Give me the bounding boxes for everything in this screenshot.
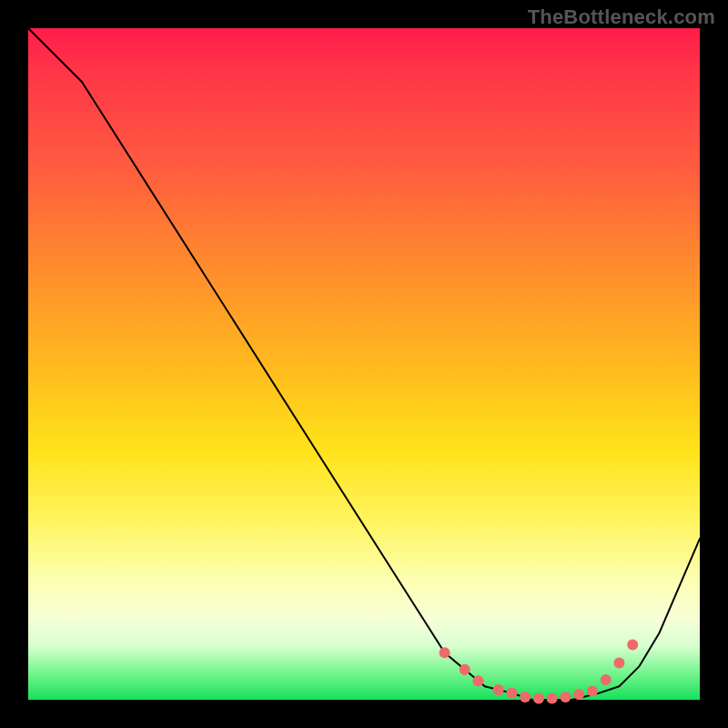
highlight-dot xyxy=(560,692,571,703)
chart-frame: TheBottleneck.com xyxy=(0,0,728,728)
highlight-dot xyxy=(520,692,531,703)
highlight-dots xyxy=(440,640,639,704)
highlight-dot xyxy=(460,664,470,675)
highlight-dot xyxy=(587,685,598,696)
highlight-dot xyxy=(506,688,517,699)
curve-svg xyxy=(28,28,700,700)
plot-area xyxy=(28,28,700,700)
highlight-dot xyxy=(613,657,624,668)
highlight-dot xyxy=(533,693,544,704)
highlight-dot xyxy=(627,640,638,651)
highlight-dot xyxy=(573,689,584,700)
highlight-dot xyxy=(473,675,484,686)
attribution-text: TheBottleneck.com xyxy=(528,5,715,29)
highlight-dot xyxy=(493,684,504,695)
highlight-dot xyxy=(440,647,450,658)
highlight-dot xyxy=(547,693,558,704)
highlight-dot xyxy=(601,674,612,685)
curve-line xyxy=(28,28,700,700)
